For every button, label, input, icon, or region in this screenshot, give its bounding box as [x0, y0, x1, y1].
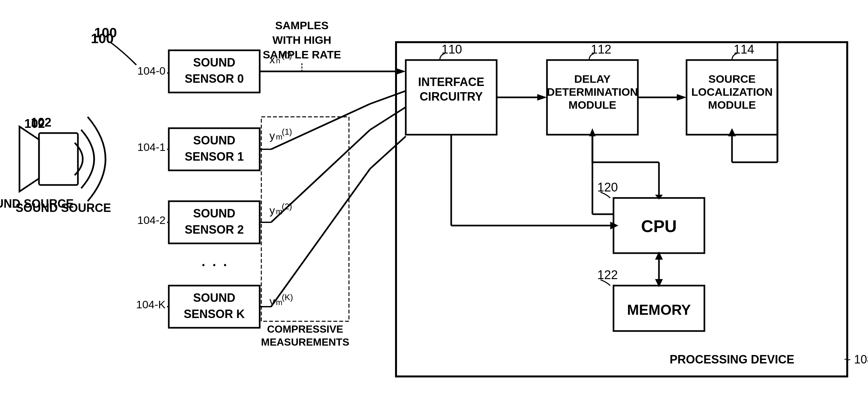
svg-text:m: m	[276, 132, 282, 141]
svg-rect-1	[39, 133, 78, 185]
svg-text:SOUND: SOUND	[193, 134, 235, 147]
svg-text:104-0: 104-0	[137, 65, 165, 77]
svg-text:MEMORY: MEMORY	[627, 302, 691, 318]
svg-text:MODULE: MODULE	[568, 99, 616, 111]
svg-text:104-K: 104-K	[136, 298, 165, 310]
svg-text:DETERMINATION: DETERMINATION	[547, 86, 638, 98]
svg-text:MEASUREMENTS: MEASUREMENTS	[261, 336, 349, 348]
svg-text:. . .: . . .	[200, 249, 227, 270]
svg-text:122: 122	[597, 268, 618, 282]
svg-text:104-2: 104-2	[137, 214, 165, 226]
sound-source-label: SOUND SOURCE	[0, 197, 74, 210]
svg-text:120: 120	[597, 181, 618, 194]
svg-text:PROCESSING DEVICE: PROCESSING DEVICE	[670, 353, 794, 366]
svg-text:~ 108: ~ 108	[844, 353, 868, 366]
svg-text:SAMPLE RATE: SAMPLE RATE	[262, 48, 341, 61]
svg-text:SOUND: SOUND	[193, 207, 235, 220]
svg-text:SOURCE: SOURCE	[708, 73, 755, 85]
svg-text:DELAY: DELAY	[574, 73, 611, 85]
svg-text:y: y	[270, 130, 275, 142]
svg-text:INTERFACE: INTERFACE	[418, 75, 484, 89]
svg-text:WITH HIGH: WITH HIGH	[272, 34, 331, 46]
svg-text:(K): (K)	[282, 292, 293, 302]
svg-text:SOUND: SOUND	[193, 56, 235, 69]
svg-text:SENSOR K: SENSOR K	[184, 307, 245, 321]
svg-text:CIRCUITRY: CIRCUITRY	[420, 90, 483, 103]
ref-102: 102	[31, 116, 51, 129]
svg-text:SAMPLES: SAMPLES	[275, 19, 329, 31]
ref-100: 100	[94, 25, 117, 40]
svg-text:LOCALIZATION: LOCALIZATION	[691, 86, 773, 98]
svg-text:(1): (1)	[282, 127, 292, 137]
svg-text:SENSOR 1: SENSOR 1	[185, 150, 244, 163]
svg-text:COMPRESSIVE: COMPRESSIVE	[267, 323, 343, 335]
svg-text:104-1: 104-1	[137, 141, 165, 153]
svg-text:SOUND: SOUND	[193, 291, 235, 304]
svg-text:MODULE: MODULE	[708, 99, 756, 111]
svg-text:y: y	[270, 204, 275, 217]
svg-text:SENSOR 0: SENSOR 0	[185, 72, 244, 85]
svg-text:CPU: CPU	[641, 217, 677, 236]
svg-text:SENSOR 2: SENSOR 2	[185, 223, 244, 236]
diagram-container: 100 102 SOUND SOURCE SOUND SENSOR 0 104-…	[0, 0, 868, 393]
